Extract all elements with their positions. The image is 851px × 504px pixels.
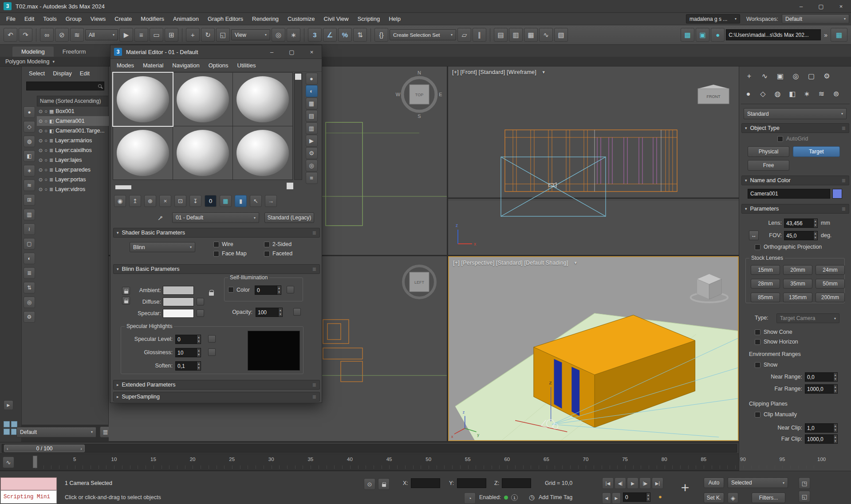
stock-lens-button[interactable]: 20mm [783, 265, 812, 275]
physical-camera-button[interactable]: Physical [748, 146, 789, 157]
close-button[interactable]: × [831, 0, 851, 12]
key-filters-icon[interactable]: ◈ [728, 492, 738, 503]
menu-item[interactable]: Graph Editors [203, 13, 248, 25]
near-clip-field[interactable] [805, 423, 833, 433]
timeline-playhead[interactable] [33, 456, 37, 468]
explorer-menu-item[interactable]: Display [51, 70, 74, 77]
rollout-shader-basic[interactable]: ▾Shader Basic Parameters≣ [113, 228, 320, 238]
sort-order-icon[interactable]: ⇅ [24, 282, 35, 293]
viewport-menu-caret-icon[interactable]: ▼ [542, 70, 546, 74]
specular-color-swatch[interactable] [163, 309, 194, 318]
soften-field[interactable] [175, 361, 197, 371]
frozen-dot-icon[interactable]: ○ [44, 157, 47, 163]
env-show-checkbox[interactable] [755, 362, 760, 368]
free-camera-button[interactable]: Free [748, 160, 789, 171]
shader-checkbox-row[interactable]: Face Map [213, 250, 262, 257]
material-editor-menu-item[interactable]: Utilities [233, 62, 260, 69]
show-end-result-icon[interactable]: ▮ [235, 195, 247, 207]
next-frame-arrow-icon[interactable]: › [80, 446, 82, 451]
rollout-blinn-basic[interactable]: ▾Blinn Basic Parameters≣ [113, 264, 320, 274]
minimize-button[interactable]: – [791, 0, 811, 12]
specular-map-button[interactable] [197, 309, 204, 317]
stock-lens-button[interactable]: 135mm [783, 293, 812, 302]
visibility-eye-icon[interactable]: ⊙ [39, 128, 43, 134]
visibility-eye-icon[interactable]: ⊙ [39, 109, 43, 114]
stock-lens-button[interactable]: 50mm [816, 279, 845, 289]
shader-checkbox-row[interactable]: Wire [213, 241, 262, 247]
shader-checkbox-row[interactable]: Faceted [264, 250, 308, 257]
lock-diffuse-specular-button[interactable] [122, 297, 130, 305]
set-key-button[interactable]: Set K. [704, 492, 724, 503]
display-bones-icon[interactable]: ≀ [24, 223, 35, 235]
display-geometry-icon[interactable]: ● [24, 106, 35, 118]
select-by-material-icon[interactable]: ◎ [306, 160, 318, 172]
geometry-category-icon[interactable]: ● [742, 88, 755, 100]
add-time-tag[interactable]: Add Time Tag [539, 494, 572, 500]
select-and-link-icon[interactable]: ∞ [40, 28, 54, 42]
minimize-button[interactable]: – [262, 45, 282, 59]
menu-item[interactable]: File [2, 13, 20, 25]
toggle-layer-explorer-icon[interactable]: ▥ [509, 28, 523, 42]
clock-icon[interactable]: ◷ [529, 493, 535, 501]
previous-frame-arrow-icon[interactable]: ‹ [7, 446, 8, 451]
isolate-selection-icon[interactable]: ⊙ [364, 478, 375, 490]
select-object-icon[interactable]: ▶ [119, 28, 133, 42]
backlight-icon[interactable]: ◐ [306, 85, 318, 97]
utilities-tab-icon[interactable]: ⚙ [820, 70, 833, 82]
stock-lens-button[interactable]: 15mm [751, 265, 780, 275]
assign-material-to-selection-icon[interactable]: ⊕ [144, 195, 156, 207]
make-material-copy-icon[interactable]: ⊡ [174, 195, 186, 207]
selection-lock-icon[interactable] [378, 478, 390, 490]
frozen-dot-icon[interactable]: ○ [44, 118, 47, 124]
frozen-dot-icon[interactable]: ○ [44, 177, 47, 182]
sample-type-icon[interactable]: ● [306, 73, 318, 85]
explorer-row[interactable]: ⊙ ○ ≣ Layer:lajes [37, 155, 109, 165]
rectangular-selection-region-icon[interactable]: ▭ [150, 28, 163, 42]
next-frame-icon[interactable]: |▶ [639, 477, 651, 489]
visibility-eye-icon[interactable]: ⊙ [39, 118, 43, 124]
menu-item[interactable]: Rendering [248, 13, 283, 25]
stock-lens-button[interactable]: 24mm [816, 265, 845, 275]
viewport-layout-tab-icon[interactable] [4, 421, 18, 435]
specular-level-map-button[interactable] [208, 335, 216, 343]
lock-ambient-diffuse-button[interactable] [122, 287, 130, 295]
slot-corner-handle[interactable] [287, 183, 293, 189]
motion-tab-icon[interactable]: ◎ [789, 70, 802, 82]
near-range-field[interactable] [805, 372, 833, 382]
material-editor-menu-item[interactable]: Material [138, 62, 168, 69]
schematic-view-icon[interactable]: ▧ [554, 28, 568, 42]
pick-material-from-object-icon[interactable]: ⊸ [153, 211, 168, 226]
spinner-arrows[interactable]: ▲▼ [197, 348, 201, 357]
material-editor-menu-item[interactable]: Navigation [168, 62, 204, 69]
spinner-arrows[interactable]: ▲▼ [833, 423, 838, 433]
go-to-start-icon[interactable]: |◀ [602, 477, 614, 489]
shader-dropdown[interactable]: Blinn▾ [130, 242, 195, 252]
clip-manually-checkbox[interactable] [755, 412, 760, 418]
mini-curve-editor-icon[interactable]: ∿ [3, 457, 14, 468]
hierarchy-tab-icon[interactable]: ▣ [774, 70, 787, 82]
stock-lens-button[interactable]: 85mm [751, 293, 780, 302]
show-horizon-checkbox[interactable] [755, 339, 760, 345]
previous-frame-icon[interactable]: ◀| [615, 477, 626, 489]
spinner-arrows[interactable]: ▲▼ [278, 308, 283, 317]
helpers-category-icon[interactable]: ∗ [800, 88, 813, 100]
select-and-rotate-icon[interactable]: ↻ [201, 28, 215, 42]
play-icon[interactable]: ▶ [627, 477, 638, 489]
cameras-category-icon[interactable]: ◧ [786, 88, 799, 100]
lock-icon[interactable] [209, 292, 214, 296]
viewport-front[interactable]: x z FRONT [+] [Front] [Standard] [Wirefr… [448, 66, 739, 255]
material-sample-slot[interactable] [113, 126, 173, 180]
material-name-dropdown[interactable]: 01 - Default▾ [172, 212, 259, 223]
use-pivot-point-center-icon[interactable]: ◎ [272, 28, 285, 42]
large-plus-icon[interactable]: + [675, 477, 695, 499]
menu-item[interactable]: Animation [169, 13, 203, 25]
display-spacewarps-icon[interactable]: ≋ [24, 180, 35, 191]
material-sample-slot[interactable] [233, 73, 292, 126]
material-editor-menu-item[interactable]: Modes [112, 62, 138, 69]
slot-resize-handle[interactable] [295, 74, 301, 80]
menu-item[interactable]: Scripting [353, 13, 385, 25]
menu-item[interactable]: Help [384, 13, 405, 25]
menu-item[interactable]: Tools [39, 13, 61, 25]
spinner-arrows[interactable]: ▲▼ [833, 434, 838, 444]
opacity-field[interactable] [256, 308, 278, 317]
